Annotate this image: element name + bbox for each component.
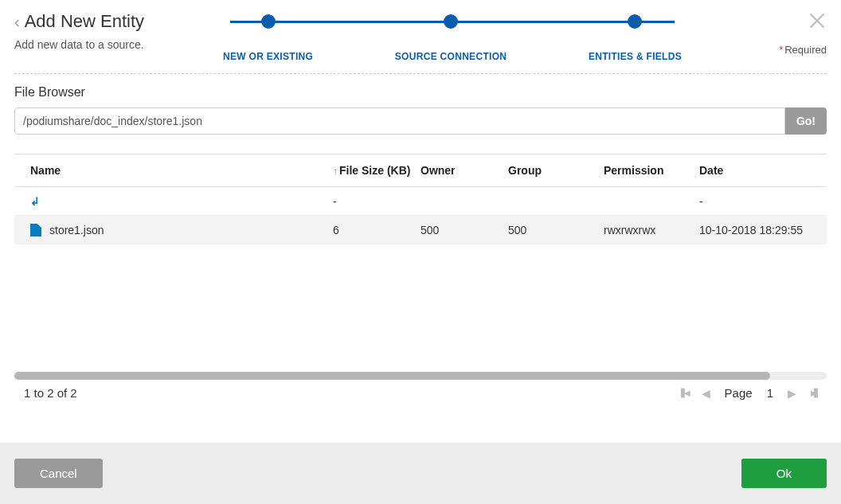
sort-asc-icon: ↑ bbox=[333, 166, 338, 177]
step-dot-icon bbox=[628, 14, 642, 29]
col-name[interactable]: Name bbox=[30, 164, 333, 177]
required-star-icon: * bbox=[779, 44, 783, 56]
col-group[interactable]: Group bbox=[508, 164, 604, 177]
page-title: Add New Entity bbox=[25, 11, 144, 32]
cell-owner: 500 bbox=[420, 224, 508, 236]
cell-date: 10-10-2018 18:29:55 bbox=[699, 224, 811, 236]
required-label: Required bbox=[784, 44, 827, 56]
col-size[interactable]: ↑File Size (KB) bbox=[333, 164, 420, 177]
go-button[interactable]: Go! bbox=[785, 107, 827, 135]
cell-name: store1.json bbox=[49, 224, 104, 236]
step-label: NEW OR EXISTING bbox=[223, 51, 313, 62]
table-row-up[interactable]: ↲ - - bbox=[14, 187, 827, 216]
col-size-label: File Size (KB) bbox=[339, 164, 410, 177]
cell-size: 6 bbox=[333, 224, 420, 236]
pager-last-icon[interactable]: ▶▋ bbox=[811, 389, 817, 397]
cell-date: - bbox=[699, 195, 811, 208]
scrollbar-thumb[interactable] bbox=[14, 372, 770, 380]
file-table: Name ↑File Size (KB) Owner Group Permiss… bbox=[14, 154, 827, 244]
file-icon bbox=[30, 224, 41, 236]
cell-group: 500 bbox=[508, 224, 604, 236]
wizard-stepper: NEW OR EXISTING SOURCE CONNECTION ENTITI… bbox=[223, 14, 682, 62]
pager-next-icon[interactable]: ▶ bbox=[788, 387, 796, 400]
close-icon[interactable] bbox=[808, 11, 827, 30]
ok-button[interactable]: Ok bbox=[741, 459, 827, 488]
pager-page-number: 1 bbox=[767, 386, 773, 400]
back-chevron-icon[interactable]: ‹ bbox=[14, 14, 20, 29]
col-permission[interactable]: Permission bbox=[604, 164, 699, 177]
pager-first-icon[interactable]: ▋◀ bbox=[681, 389, 687, 397]
cell-size: - bbox=[333, 195, 420, 208]
path-input[interactable] bbox=[14, 107, 785, 135]
col-owner[interactable]: Owner bbox=[420, 164, 508, 177]
step-dot-icon bbox=[261, 14, 276, 29]
cell-permission: rwxrwxrwx bbox=[604, 224, 699, 236]
step-label: SOURCE CONNECTION bbox=[395, 51, 507, 62]
step-label: ENTITIES & FIELDS bbox=[589, 51, 682, 62]
step-dot-icon bbox=[444, 14, 458, 29]
required-note: *Required bbox=[779, 44, 827, 56]
table-row[interactable]: store1.json 6 500 500 rwxrwxrwx 10-10-20… bbox=[14, 216, 827, 244]
pager-prev-icon[interactable]: ◀ bbox=[702, 387, 710, 400]
pager-range: 1 to 2 of 2 bbox=[24, 386, 77, 400]
table-header: Name ↑File Size (KB) Owner Group Permiss… bbox=[14, 154, 827, 187]
cancel-button[interactable]: Cancel bbox=[14, 459, 103, 488]
file-browser-title: File Browser bbox=[14, 85, 827, 100]
pager-page-label: Page bbox=[725, 386, 753, 400]
col-date[interactable]: Date bbox=[699, 164, 811, 177]
horizontal-scrollbar[interactable] bbox=[14, 372, 827, 380]
folder-up-icon: ↲ bbox=[30, 195, 40, 208]
